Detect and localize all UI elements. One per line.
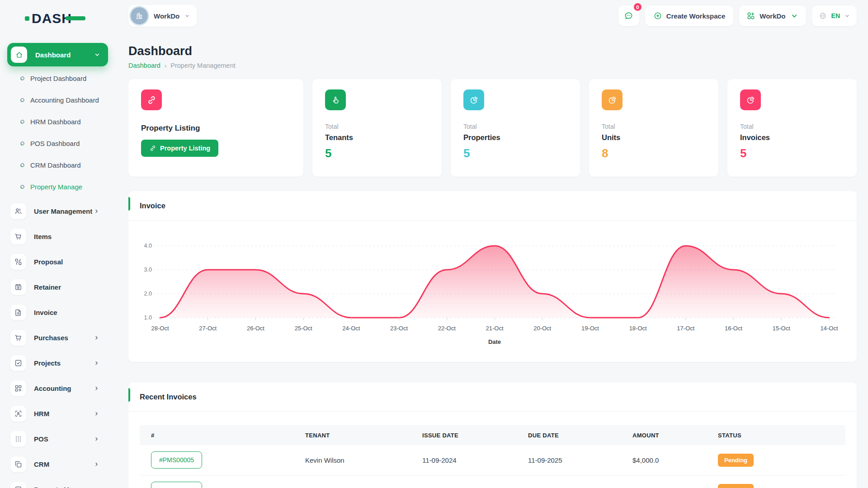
sidebar-subitem-label: Accounting Dashboard bbox=[30, 96, 99, 104]
pie-icon bbox=[463, 89, 484, 110]
column-header-tenant: TENANT bbox=[305, 432, 422, 439]
sidebar-subitem-hrm-dashboard[interactable]: HRM Dashboard bbox=[0, 111, 128, 132]
svg-text:1.0: 1.0 bbox=[144, 314, 152, 321]
chevron-right-icon bbox=[94, 436, 99, 442]
workspace-selector[interactable]: WorkDo bbox=[128, 5, 197, 27]
svg-text:25-Oct: 25-Oct bbox=[295, 325, 312, 332]
chevron-right-icon bbox=[94, 360, 99, 366]
sidebar-subitem-label: Project Dashboard bbox=[30, 75, 86, 82]
sidebar-item-dashboard[interactable]: Dashboard bbox=[7, 43, 108, 66]
sidebar-item-proposal[interactable]: Proposal bbox=[0, 249, 128, 274]
workspace-name: WorkDo bbox=[154, 12, 179, 20]
stat-total-label: Total bbox=[740, 123, 844, 130]
stat-card-units: Total Units 8 bbox=[589, 79, 718, 177]
svg-text:22-Oct: 22-Oct bbox=[438, 325, 456, 332]
invoice-chart-panel: Invoice 1.02.03.04.028-Oct27-Oct26-Oct25… bbox=[128, 191, 857, 362]
stat-name: Invoices bbox=[740, 133, 844, 142]
sidebar-subitem-label: HRM Dashboard bbox=[30, 118, 81, 126]
retainer-icon bbox=[10, 279, 26, 295]
stat-name: Properties bbox=[463, 133, 567, 142]
sidebar-subitem-accounting-dashboard[interactable]: Accounting Dashboard bbox=[0, 89, 128, 111]
invoice-id-button[interactable]: #PMS00005 bbox=[151, 451, 202, 469]
sidebar-subitem-pos-dashboard[interactable]: POS Dashboard bbox=[0, 132, 128, 154]
amount-cell: $2,000.0 bbox=[632, 487, 718, 488]
pos-icon bbox=[10, 431, 26, 447]
due-date-cell: 11-09-2025 bbox=[528, 456, 632, 464]
language-selector[interactable]: EN bbox=[812, 5, 857, 26]
brand-logo[interactable]: DASH bbox=[25, 8, 128, 28]
sidebar-subitem-property-manage[interactable]: Property Manage bbox=[0, 176, 128, 197]
property-listing-button[interactable]: Property Listing bbox=[141, 140, 218, 157]
sidebar-item-accounting[interactable]: Accounting bbox=[0, 375, 128, 401]
main-area: WorkDo 0 Create Workspace WorkDo bbox=[128, 0, 868, 488]
table-row: #PMS00005 Kevin Wilson 11-09-2024 11-09-… bbox=[140, 445, 845, 475]
logo-bar bbox=[66, 16, 85, 20]
chevron-down-icon bbox=[94, 51, 101, 58]
sidebar-item-label: Invoice bbox=[34, 309, 57, 316]
svg-text:27-Oct: 27-Oct bbox=[199, 325, 217, 332]
amount-cell: $4,000.0 bbox=[632, 456, 718, 464]
sidebar-subitem-project-dashboard[interactable]: Project Dashboard bbox=[0, 67, 128, 89]
invoice-icon bbox=[10, 305, 26, 320]
issue-date-cell: 11-09-2024 bbox=[422, 456, 528, 464]
sidebar-item-property-manage[interactable]: Property Manage bbox=[0, 477, 128, 488]
breadcrumb-separator-icon: › bbox=[165, 62, 166, 69]
issue-date-cell: 11-09-2024 bbox=[422, 487, 528, 488]
create-workspace-button[interactable]: Create Workspace bbox=[645, 5, 734, 26]
sidebar-item-user-management[interactable]: User Management bbox=[0, 198, 128, 224]
hrm-icon bbox=[10, 406, 26, 422]
accounting-icon bbox=[10, 380, 26, 396]
sidebar-subitem-crm-dashboard[interactable]: CRM Dashboard bbox=[0, 154, 128, 176]
pie-icon bbox=[740, 89, 761, 110]
sidebar-item-invoice[interactable]: Invoice bbox=[0, 300, 128, 325]
stat-card-properties: Total Properties 5 bbox=[451, 79, 580, 177]
pie-icon bbox=[602, 89, 623, 110]
grid-plus-icon bbox=[746, 11, 755, 20]
breadcrumb-link[interactable]: Dashboard bbox=[128, 62, 160, 69]
chevron-right-icon bbox=[94, 385, 99, 391]
svg-text:16-Oct: 16-Oct bbox=[725, 325, 742, 332]
sidebar-item-label: CRM bbox=[34, 460, 49, 468]
sidebar-item-projects[interactable]: Projects bbox=[0, 350, 128, 375]
plus-circle-icon bbox=[653, 11, 662, 20]
svg-text:23-Oct: 23-Oct bbox=[390, 325, 408, 332]
building-icon bbox=[135, 11, 144, 20]
sidebar-item-crm[interactable]: CRM bbox=[0, 451, 128, 477]
invoice-panel-title: Invoice bbox=[128, 191, 857, 221]
chat-icon bbox=[623, 11, 634, 21]
topbar: WorkDo 0 Create Workspace WorkDo bbox=[128, 0, 857, 32]
stat-value: 8 bbox=[602, 146, 706, 160]
property-icon bbox=[10, 482, 26, 488]
sidebar-item-pos[interactable]: POS bbox=[0, 426, 128, 451]
property-listing-title: Property Listing bbox=[141, 124, 291, 133]
sidebar-subitem-label: CRM Dashboard bbox=[30, 161, 81, 169]
svg-text:2.0: 2.0 bbox=[144, 291, 152, 297]
breadcrumb-current: Property Management bbox=[170, 62, 235, 69]
sidebar-item-label: HRM bbox=[34, 410, 49, 418]
stat-card-tenants: Total Tenants 5 bbox=[312, 79, 442, 177]
recent-invoices-panel: Recent Invoices #TENANTISSUE DATEDUE DAT… bbox=[128, 382, 857, 488]
chevron-down-icon bbox=[184, 13, 190, 19]
messages-button[interactable]: 0 bbox=[618, 5, 639, 26]
stat-name: Units bbox=[602, 133, 706, 142]
sidebar-item-retainer[interactable]: Retainer bbox=[0, 274, 128, 300]
bullet-icon bbox=[19, 119, 25, 125]
sidebar-item-label: Property Manage bbox=[34, 486, 89, 488]
language-code: EN bbox=[831, 12, 840, 19]
column-header-issue-date: ISSUE DATE bbox=[422, 432, 528, 439]
globe-icon bbox=[818, 11, 827, 20]
sidebar-item-items[interactable]: Items bbox=[0, 224, 128, 249]
app-switcher-label: WorkDo bbox=[760, 12, 785, 20]
home-icon bbox=[11, 47, 27, 63]
sidebar-group-label: Dashboard bbox=[35, 51, 71, 59]
svg-text:3.0: 3.0 bbox=[144, 267, 152, 273]
svg-text:19-Oct: 19-Oct bbox=[581, 325, 599, 332]
svg-text:26-Oct: 26-Oct bbox=[247, 325, 264, 332]
sidebar-item-purchases[interactable]: Purchases bbox=[0, 325, 128, 350]
app-switcher[interactable]: WorkDo bbox=[739, 5, 806, 26]
chevron-right-icon bbox=[94, 411, 99, 417]
svg-text:4.0: 4.0 bbox=[144, 243, 152, 249]
invoice-id-button[interactable]: #PMS00004 bbox=[151, 482, 202, 488]
svg-text:17-Oct: 17-Oct bbox=[677, 325, 694, 332]
sidebar-item-hrm[interactable]: HRM bbox=[0, 401, 128, 426]
